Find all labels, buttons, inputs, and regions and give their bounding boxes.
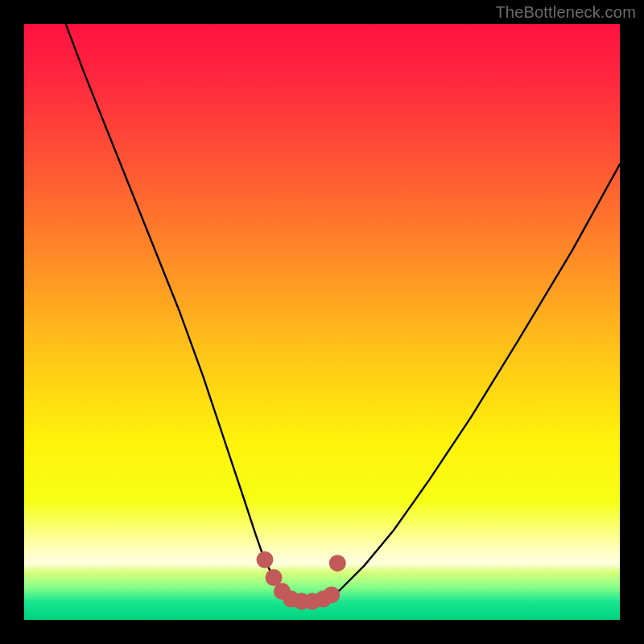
curve-marker (323, 586, 340, 603)
chart-stage: { "watermark": "TheBottleneck.com", "col… (0, 0, 644, 644)
curve-marker (329, 555, 346, 572)
watermark-text: TheBottleneck.com (495, 3, 636, 22)
curve-marker (256, 551, 273, 568)
bottleneck-chart (0, 0, 644, 644)
plot-background (24, 24, 620, 620)
